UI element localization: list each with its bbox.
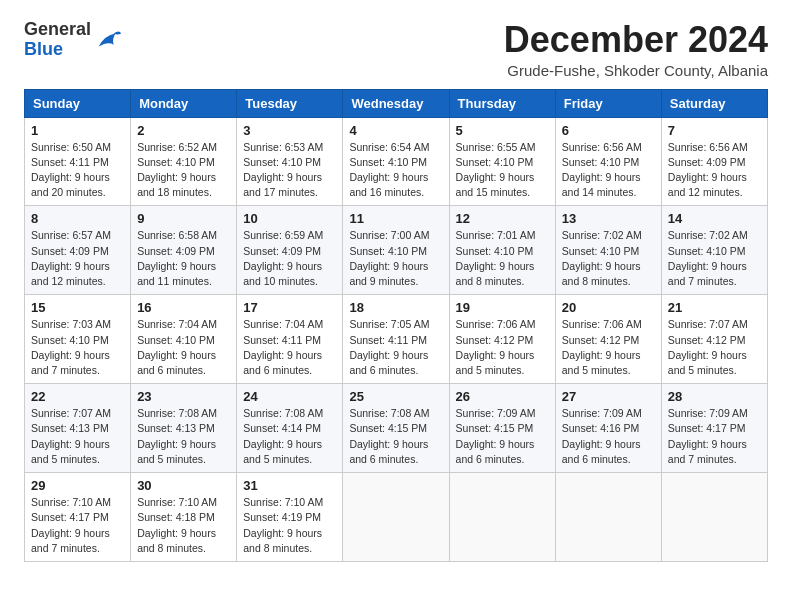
day-number: 7 bbox=[668, 123, 761, 138]
calendar-cell: 10Sunrise: 6:59 AMSunset: 4:09 PMDayligh… bbox=[237, 206, 343, 295]
calendar-week-row: 15Sunrise: 7:03 AMSunset: 4:10 PMDayligh… bbox=[25, 295, 768, 384]
day-info: Sunrise: 7:04 AMSunset: 4:10 PMDaylight:… bbox=[137, 317, 230, 378]
day-number: 23 bbox=[137, 389, 230, 404]
day-info: Sunrise: 7:02 AMSunset: 4:10 PMDaylight:… bbox=[668, 228, 761, 289]
day-number: 31 bbox=[243, 478, 336, 493]
day-number: 17 bbox=[243, 300, 336, 315]
day-info: Sunrise: 7:05 AMSunset: 4:11 PMDaylight:… bbox=[349, 317, 442, 378]
day-info: Sunrise: 6:57 AMSunset: 4:09 PMDaylight:… bbox=[31, 228, 124, 289]
calendar-cell: 31Sunrise: 7:10 AMSunset: 4:19 PMDayligh… bbox=[237, 473, 343, 562]
day-info: Sunrise: 7:08 AMSunset: 4:13 PMDaylight:… bbox=[137, 406, 230, 467]
day-number: 18 bbox=[349, 300, 442, 315]
day-number: 21 bbox=[668, 300, 761, 315]
day-number: 30 bbox=[137, 478, 230, 493]
day-number: 13 bbox=[562, 211, 655, 226]
day-info: Sunrise: 7:07 AMSunset: 4:13 PMDaylight:… bbox=[31, 406, 124, 467]
day-info: Sunrise: 7:10 AMSunset: 4:18 PMDaylight:… bbox=[137, 495, 230, 556]
calendar-cell: 20Sunrise: 7:06 AMSunset: 4:12 PMDayligh… bbox=[555, 295, 661, 384]
day-info: Sunrise: 6:52 AMSunset: 4:10 PMDaylight:… bbox=[137, 140, 230, 201]
day-info: Sunrise: 7:10 AMSunset: 4:17 PMDaylight:… bbox=[31, 495, 124, 556]
page-header: General Blue December 2024 Grude-Fushe, … bbox=[24, 20, 768, 79]
day-info: Sunrise: 6:56 AMSunset: 4:10 PMDaylight:… bbox=[562, 140, 655, 201]
day-info: Sunrise: 6:50 AMSunset: 4:11 PMDaylight:… bbox=[31, 140, 124, 201]
calendar-cell: 18Sunrise: 7:05 AMSunset: 4:11 PMDayligh… bbox=[343, 295, 449, 384]
calendar-cell: 13Sunrise: 7:02 AMSunset: 4:10 PMDayligh… bbox=[555, 206, 661, 295]
calendar-cell: 24Sunrise: 7:08 AMSunset: 4:14 PMDayligh… bbox=[237, 384, 343, 473]
weekday-header-row: SundayMondayTuesdayWednesdayThursdayFrid… bbox=[25, 89, 768, 117]
calendar-cell: 21Sunrise: 7:07 AMSunset: 4:12 PMDayligh… bbox=[661, 295, 767, 384]
weekday-header-monday: Monday bbox=[131, 89, 237, 117]
calendar-cell bbox=[449, 473, 555, 562]
weekday-header-thursday: Thursday bbox=[449, 89, 555, 117]
calendar-cell: 30Sunrise: 7:10 AMSunset: 4:18 PMDayligh… bbox=[131, 473, 237, 562]
calendar-cell bbox=[343, 473, 449, 562]
day-info: Sunrise: 6:54 AMSunset: 4:10 PMDaylight:… bbox=[349, 140, 442, 201]
calendar-cell: 25Sunrise: 7:08 AMSunset: 4:15 PMDayligh… bbox=[343, 384, 449, 473]
day-info: Sunrise: 6:53 AMSunset: 4:10 PMDaylight:… bbox=[243, 140, 336, 201]
day-number: 19 bbox=[456, 300, 549, 315]
day-number: 2 bbox=[137, 123, 230, 138]
day-number: 1 bbox=[31, 123, 124, 138]
calendar-cell: 11Sunrise: 7:00 AMSunset: 4:10 PMDayligh… bbox=[343, 206, 449, 295]
day-number: 9 bbox=[137, 211, 230, 226]
calendar-cell bbox=[555, 473, 661, 562]
calendar-cell: 26Sunrise: 7:09 AMSunset: 4:15 PMDayligh… bbox=[449, 384, 555, 473]
day-info: Sunrise: 7:02 AMSunset: 4:10 PMDaylight:… bbox=[562, 228, 655, 289]
day-info: Sunrise: 6:58 AMSunset: 4:09 PMDaylight:… bbox=[137, 228, 230, 289]
day-number: 10 bbox=[243, 211, 336, 226]
calendar-cell: 19Sunrise: 7:06 AMSunset: 4:12 PMDayligh… bbox=[449, 295, 555, 384]
day-info: Sunrise: 7:06 AMSunset: 4:12 PMDaylight:… bbox=[456, 317, 549, 378]
calendar-week-row: 8Sunrise: 6:57 AMSunset: 4:09 PMDaylight… bbox=[25, 206, 768, 295]
day-number: 22 bbox=[31, 389, 124, 404]
month-title: December 2024 bbox=[504, 20, 768, 60]
day-number: 14 bbox=[668, 211, 761, 226]
day-info: Sunrise: 7:03 AMSunset: 4:10 PMDaylight:… bbox=[31, 317, 124, 378]
day-number: 3 bbox=[243, 123, 336, 138]
calendar-table: SundayMondayTuesdayWednesdayThursdayFrid… bbox=[24, 89, 768, 562]
day-info: Sunrise: 6:55 AMSunset: 4:10 PMDaylight:… bbox=[456, 140, 549, 201]
calendar-cell: 23Sunrise: 7:08 AMSunset: 4:13 PMDayligh… bbox=[131, 384, 237, 473]
day-number: 16 bbox=[137, 300, 230, 315]
day-info: Sunrise: 7:07 AMSunset: 4:12 PMDaylight:… bbox=[668, 317, 761, 378]
calendar-cell: 28Sunrise: 7:09 AMSunset: 4:17 PMDayligh… bbox=[661, 384, 767, 473]
day-info: Sunrise: 7:08 AMSunset: 4:14 PMDaylight:… bbox=[243, 406, 336, 467]
calendar-cell: 22Sunrise: 7:07 AMSunset: 4:13 PMDayligh… bbox=[25, 384, 131, 473]
location-subtitle: Grude-Fushe, Shkoder County, Albania bbox=[504, 62, 768, 79]
day-number: 29 bbox=[31, 478, 124, 493]
calendar-cell: 1Sunrise: 6:50 AMSunset: 4:11 PMDaylight… bbox=[25, 117, 131, 206]
calendar-cell: 14Sunrise: 7:02 AMSunset: 4:10 PMDayligh… bbox=[661, 206, 767, 295]
day-info: Sunrise: 6:56 AMSunset: 4:09 PMDaylight:… bbox=[668, 140, 761, 201]
weekday-header-friday: Friday bbox=[555, 89, 661, 117]
weekday-header-tuesday: Tuesday bbox=[237, 89, 343, 117]
day-number: 25 bbox=[349, 389, 442, 404]
weekday-header-sunday: Sunday bbox=[25, 89, 131, 117]
weekday-header-wednesday: Wednesday bbox=[343, 89, 449, 117]
day-info: Sunrise: 6:59 AMSunset: 4:09 PMDaylight:… bbox=[243, 228, 336, 289]
day-number: 12 bbox=[456, 211, 549, 226]
calendar-cell: 27Sunrise: 7:09 AMSunset: 4:16 PMDayligh… bbox=[555, 384, 661, 473]
day-info: Sunrise: 7:00 AMSunset: 4:10 PMDaylight:… bbox=[349, 228, 442, 289]
day-number: 8 bbox=[31, 211, 124, 226]
day-info: Sunrise: 7:09 AMSunset: 4:16 PMDaylight:… bbox=[562, 406, 655, 467]
weekday-header-saturday: Saturday bbox=[661, 89, 767, 117]
day-info: Sunrise: 7:01 AMSunset: 4:10 PMDaylight:… bbox=[456, 228, 549, 289]
calendar-week-row: 29Sunrise: 7:10 AMSunset: 4:17 PMDayligh… bbox=[25, 473, 768, 562]
calendar-cell: 5Sunrise: 6:55 AMSunset: 4:10 PMDaylight… bbox=[449, 117, 555, 206]
calendar-cell bbox=[661, 473, 767, 562]
calendar-week-row: 1Sunrise: 6:50 AMSunset: 4:11 PMDaylight… bbox=[25, 117, 768, 206]
day-number: 27 bbox=[562, 389, 655, 404]
logo-bird-icon bbox=[95, 26, 123, 54]
calendar-cell: 16Sunrise: 7:04 AMSunset: 4:10 PMDayligh… bbox=[131, 295, 237, 384]
calendar-cell: 12Sunrise: 7:01 AMSunset: 4:10 PMDayligh… bbox=[449, 206, 555, 295]
day-number: 11 bbox=[349, 211, 442, 226]
day-number: 28 bbox=[668, 389, 761, 404]
day-info: Sunrise: 7:04 AMSunset: 4:11 PMDaylight:… bbox=[243, 317, 336, 378]
calendar-cell: 6Sunrise: 6:56 AMSunset: 4:10 PMDaylight… bbox=[555, 117, 661, 206]
day-number: 26 bbox=[456, 389, 549, 404]
day-number: 20 bbox=[562, 300, 655, 315]
day-info: Sunrise: 7:08 AMSunset: 4:15 PMDaylight:… bbox=[349, 406, 442, 467]
day-number: 15 bbox=[31, 300, 124, 315]
calendar-week-row: 22Sunrise: 7:07 AMSunset: 4:13 PMDayligh… bbox=[25, 384, 768, 473]
calendar-cell: 17Sunrise: 7:04 AMSunset: 4:11 PMDayligh… bbox=[237, 295, 343, 384]
logo-blue-text: Blue bbox=[24, 39, 63, 59]
